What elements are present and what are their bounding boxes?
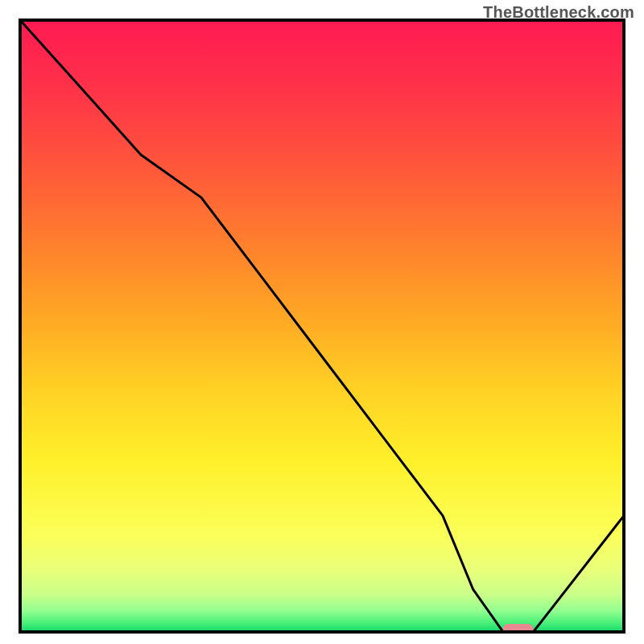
watermark-label: TheBottleneck.com [483,3,634,22]
bottleneck-chart [0,0,644,644]
chart-stage: TheBottleneck.com [0,0,644,644]
gradient-background [20,20,624,632]
